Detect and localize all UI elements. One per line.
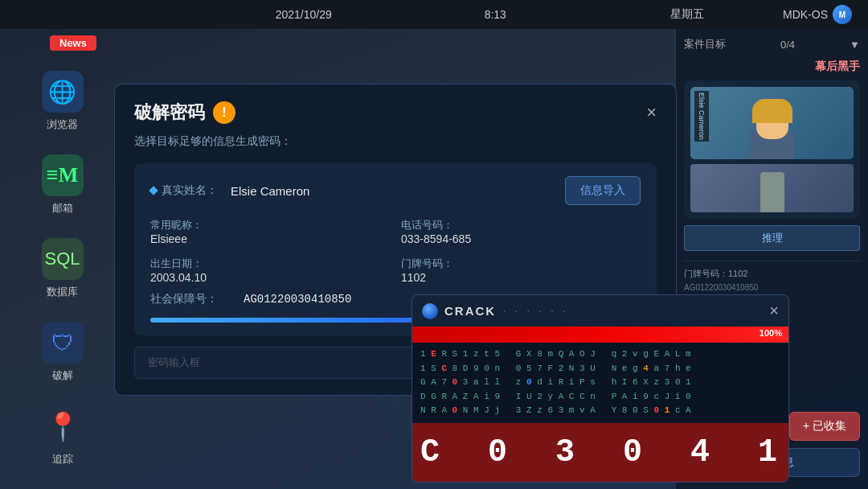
crack-result-text: E C 0 3 0 4 1 0 — [411, 434, 789, 471]
social-security-hint: AG01220030410850 — [684, 283, 860, 292]
sidebar-item-crack[interactable]: 🛡 破解 — [42, 322, 84, 383]
crack-dots: · · · · · · — [502, 304, 568, 318]
matrix-row-2: 1 S C 8 D 9 0 n 0 5 7 F 2 N 3 U N e g 4 … — [420, 362, 780, 376]
crack-title-left: CRACK · · · · · · — [422, 303, 568, 319]
real-name-label: 真实姓名： — [150, 183, 231, 198]
browser-icon: 🌐 — [42, 71, 84, 113]
status-day: 星期五 — [592, 7, 784, 22]
sidebar-item-database[interactable]: SQL 数据库 — [42, 238, 84, 299]
os-icon: M — [833, 5, 852, 24]
sidebar-item-browser[interactable]: 🌐 浏览器 — [42, 71, 84, 132]
matrix-row-1: 1 E R S 1 z t 5 G X 8 m Q A O J q 2 v g … — [420, 347, 780, 362]
nickname-cell: 常用昵称： Elsieee — [150, 218, 390, 245]
status-bar: 2021/10/29 8:13 星期五 MDK-OS M — [0, 0, 868, 29]
birthday-cell: 出生日期： 2003.04.10 — [150, 257, 390, 284]
real-name-value: Elsie Cameron — [231, 184, 565, 198]
birthday-label: 出生日期： — [150, 257, 390, 271]
door-value: 1102 — [401, 271, 641, 284]
matrix-row-5: N R A 0 N M J j 3 Z z 6 3 m v A Y 8 0 S … — [420, 404, 780, 418]
database-icon: SQL — [42, 238, 84, 280]
panel-expand-icon[interactable]: ▼ — [850, 39, 860, 51]
panel-counter: 0/4 — [780, 39, 795, 51]
progress-bar-fill — [150, 318, 444, 323]
crack-globe-icon — [422, 303, 438, 319]
os-info: MDK-OS M — [783, 5, 852, 24]
status-time: 8:13 — [399, 8, 592, 21]
track-icon: 📍 — [42, 405, 84, 447]
sidebar-label-mail: 邮箱 — [52, 201, 73, 216]
phone-cell: 电话号码： 033-8594-685 — [401, 218, 641, 245]
real-name-row: 真实姓名： Elsie Cameron 信息导入 — [150, 176, 641, 205]
crack-progress-label: 100% — [760, 328, 782, 338]
sidebar-item-mail[interactable]: ≡M 邮箱 — [42, 154, 84, 216]
crack-icon: 🛡 — [42, 322, 84, 364]
diamond-icon — [149, 186, 158, 195]
status-date: 2021/10/29 — [208, 8, 400, 21]
suspect-image: Elsie Cameron — [690, 87, 854, 159]
dialog-subtitle: 选择目标足够的信息生成密码： — [134, 134, 657, 149]
dialog-close-button[interactable]: × — [646, 102, 657, 123]
ssn-label: 社会保障号： — [150, 292, 231, 306]
door-number-hint: 门牌号码：1102 — [684, 268, 860, 280]
import-button[interactable]: 信息导入 — [565, 176, 641, 205]
sidebar-label-browser: 浏览器 — [47, 117, 78, 132]
sidebar-item-track[interactable]: 📍 追踪 — [42, 405, 84, 466]
dialog-header: 破解密码 ! × — [134, 101, 657, 125]
desktop: News 🌐 浏览器 ≡M 邮箱 SQL 数据库 🛡 破解 — [0, 29, 868, 489]
door-cell: 门牌号码： 1102 — [401, 257, 641, 284]
matrix-row-4: D G R A Z A i 9 I U 2 y A C C n P A i 9 … — [420, 390, 780, 405]
sidebar: News 🌐 浏览器 ≡M 邮箱 SQL 数据库 🛡 破解 — [0, 29, 125, 489]
sidebar-label-crack: 破解 — [52, 368, 73, 383]
right-panel-header: 案件目标 0/4 ▼ — [684, 37, 860, 51]
warning-icon: ! — [213, 101, 235, 124]
crack-progress-fill — [412, 327, 788, 343]
crack-title-text: CRACK — [444, 304, 496, 318]
sidebar-label-database: 数据库 — [47, 285, 78, 299]
ssn-value: AG01220030410850 — [244, 293, 351, 306]
crack-matrix: 1 E R S 1 z t 5 G X 8 m Q A O J q 2 v g … — [412, 343, 788, 423]
news-badge[interactable]: News — [50, 35, 96, 51]
crack-close-button[interactable]: × — [769, 302, 779, 320]
crack-result: E C 0 3 0 4 1 0 — [412, 423, 788, 482]
suspect-card: Elsie Cameron — [684, 80, 860, 219]
dialog-title: 破解密码 ! — [134, 101, 235, 125]
nickname-value: Elsieee — [150, 232, 390, 245]
suspect-name-tag: Elsie Cameron — [694, 91, 709, 142]
door-label: 门牌号码： — [401, 257, 641, 271]
info-grid: 常用昵称： Elsieee 电话号码： 033-8594-685 出生日期： 2… — [150, 218, 641, 284]
nickname-label: 常用昵称： — [150, 218, 390, 232]
reasoning-button[interactable]: 推理 — [684, 225, 860, 251]
panel-title: 案件目标 — [684, 37, 726, 51]
birthday-value: 2003.04.10 — [150, 271, 390, 284]
phone-value: 033-8594-685 — [401, 232, 641, 245]
os-label: MDK-OS — [783, 8, 828, 21]
crack-titlebar: CRACK · · · · · · × — [412, 295, 788, 327]
suspect-label: 幕后黑手 — [684, 60, 860, 74]
crack-window: CRACK · · · · · · × 100% 1 E R S 1 z t 5… — [411, 294, 789, 483]
phone-label: 电话号码： — [401, 218, 641, 232]
mail-icon: ≡M — [42, 154, 84, 196]
matrix-row-3: G A 7 0 3 a l l z 0 d i R i P s h I 6 X … — [420, 376, 780, 390]
collected-button[interactable]: + 已收集 — [789, 412, 860, 441]
crack-progress-bar: 100% — [412, 327, 788, 343]
sidebar-label-track: 追踪 — [52, 452, 73, 466]
